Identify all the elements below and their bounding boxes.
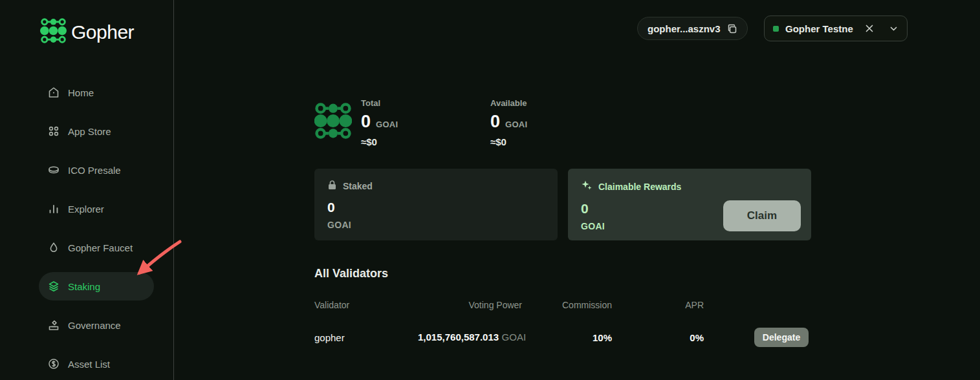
column-validator: Validator bbox=[314, 300, 418, 310]
validator-commission: 10% bbox=[522, 332, 612, 343]
claimable-rewards-title: Claimable Rewards bbox=[598, 182, 681, 192]
sidebar-item-label: ICO Presale bbox=[68, 165, 121, 176]
claim-button[interactable]: Claim bbox=[723, 200, 801, 231]
wallet-address-pill[interactable]: gopher...asznv3 bbox=[637, 17, 748, 40]
staked-value: 0 bbox=[327, 200, 545, 215]
total-label: Total bbox=[361, 98, 398, 108]
staking-page: { "brand": {"name": "Gopher"}, "header":… bbox=[0, 0, 980, 380]
sidebar-item-label: Staking bbox=[68, 281, 100, 292]
app-grid-icon bbox=[47, 125, 60, 138]
layers-icon bbox=[47, 280, 60, 293]
coin-icon bbox=[47, 164, 60, 176]
close-icon[interactable] bbox=[864, 23, 875, 34]
sidebar-item-app-store[interactable]: App Store bbox=[39, 117, 154, 145]
validator-name: gopher bbox=[314, 332, 418, 343]
copy-icon[interactable] bbox=[726, 23, 737, 34]
droplet-icon bbox=[47, 241, 60, 254]
sidebar-item-governance[interactable]: Governance bbox=[39, 311, 154, 339]
chevron-down-icon[interactable] bbox=[889, 24, 898, 34]
sidebar-item-asset-list[interactable]: Asset List bbox=[39, 350, 154, 378]
column-commission: Commission bbox=[522, 300, 612, 310]
staked-title: Staked bbox=[343, 181, 373, 191]
ballot-icon bbox=[47, 319, 60, 332]
sidebar-item-ico-presale[interactable]: ICO Presale bbox=[39, 156, 154, 184]
column-voting-power: Voting Power bbox=[418, 300, 522, 310]
validator-row: gopher 1,015,760,587.013 GOAI 10% 0% Del… bbox=[314, 326, 811, 349]
lock-icon bbox=[327, 180, 337, 193]
sidebar-item-home[interactable]: Home bbox=[39, 78, 154, 107]
validators-table: Validator Voting Power Commission APR go… bbox=[314, 299, 811, 349]
available-usd: ≈$0 bbox=[490, 136, 527, 147]
goai-token-icon bbox=[314, 101, 352, 143]
sidebar-item-label: Asset List bbox=[68, 359, 110, 370]
claimable-rewards-card: Claimable Rewards 0 GOAI Claim bbox=[568, 169, 811, 240]
all-validators-heading: All Validators bbox=[314, 267, 388, 280]
sidebar-item-label: Gopher Faucet bbox=[68, 242, 133, 253]
bar-chart-icon bbox=[47, 202, 60, 215]
home-icon bbox=[47, 86, 60, 99]
sidebar-nav: Home App Store ICO Presale Explorer Goph… bbox=[0, 78, 173, 378]
column-apr: APR bbox=[612, 300, 704, 310]
brand-logo: Gopher bbox=[40, 17, 173, 47]
wallet-address: gopher...asznv3 bbox=[648, 23, 721, 34]
staked-unit: GOAI bbox=[327, 220, 545, 230]
total-usd: ≈$0 bbox=[361, 136, 398, 147]
sidebar-item-label: Explorer bbox=[68, 204, 104, 215]
staked-card: Staked 0 GOAI bbox=[314, 169, 558, 240]
available-value: 0 bbox=[490, 112, 500, 132]
sidebar-item-label: Governance bbox=[68, 320, 121, 331]
network-selector[interactable]: Gopher Testne bbox=[764, 16, 908, 41]
gopher-dots-logo-icon bbox=[40, 17, 67, 47]
available-unit: GOAI bbox=[505, 120, 527, 129]
network-status-icon bbox=[773, 26, 779, 32]
total-value: 0 bbox=[361, 112, 371, 132]
validator-apr: 0% bbox=[612, 332, 704, 343]
sidebar-item-label: Home bbox=[68, 87, 94, 98]
network-name: Gopher Testne bbox=[785, 23, 859, 34]
sidebar: Gopher Home App Store ICO Presale Explor… bbox=[0, 0, 174, 380]
sparkles-icon bbox=[581, 180, 593, 194]
sidebar-item-staking[interactable]: Staking bbox=[39, 272, 154, 301]
sidebar-item-gopher-faucet[interactable]: Gopher Faucet bbox=[39, 233, 154, 262]
sidebar-item-label: App Store bbox=[68, 126, 111, 137]
brand-name: Gopher bbox=[71, 21, 134, 43]
total-balance: Total 0 GOAI ≈$0 bbox=[361, 98, 398, 147]
available-label: Available bbox=[490, 98, 527, 108]
validator-voting-power: 1,015,760,587.013 GOAI bbox=[418, 332, 522, 343]
dollar-coin-icon bbox=[47, 357, 60, 370]
validators-header-row: Validator Voting Power Commission APR bbox=[314, 299, 811, 311]
available-balance: Available 0 GOAI ≈$0 bbox=[490, 98, 527, 147]
sidebar-item-explorer[interactable]: Explorer bbox=[39, 195, 154, 223]
total-unit: GOAI bbox=[376, 120, 398, 129]
delegate-button[interactable]: Delegate bbox=[754, 328, 809, 347]
